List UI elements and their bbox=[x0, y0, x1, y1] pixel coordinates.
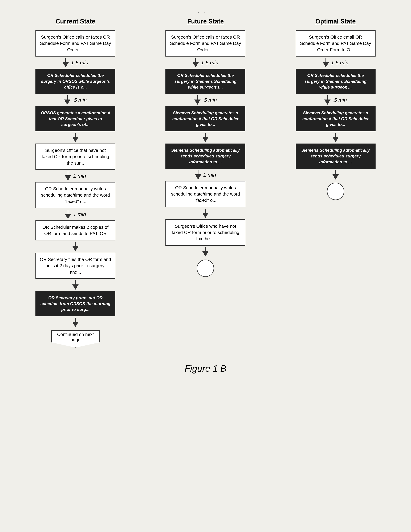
c1-arrow3 bbox=[72, 133, 79, 142]
c1-box8: OR Secretary prints out OR schedule from… bbox=[36, 291, 115, 316]
page: . . . Current State Future State Optimal… bbox=[0, 0, 411, 532]
header-col1: Current State bbox=[15, 18, 136, 25]
c2-arrow1: 1-5 min bbox=[192, 58, 218, 67]
c1-arrow4: 1 min bbox=[65, 171, 86, 180]
c3-arrow4 bbox=[332, 170, 339, 180]
c2-box1: Surgeon's Office calls or faxes OR Sched… bbox=[165, 30, 245, 57]
c1-arrow1: 1-5 min bbox=[63, 58, 88, 67]
c2-circle bbox=[197, 260, 214, 277]
c2-arrow6 bbox=[202, 247, 209, 256]
flow-columns: Surgeon's Office calls or faxes OR Sched… bbox=[10, 30, 401, 349]
c2-box2: OR Scheduler schedules the surgery in Si… bbox=[165, 69, 245, 94]
c1-box4: Surgeon's Office that have not faxed OR … bbox=[36, 143, 115, 170]
c3-box3: Siemens Scheduling generates a confirmat… bbox=[296, 106, 375, 131]
c2-time3: 1 min bbox=[203, 172, 216, 178]
c1-arrow8 bbox=[72, 318, 79, 327]
c2-arrow4: 1 min bbox=[195, 170, 216, 180]
c3-time2: .5 min bbox=[333, 97, 347, 103]
column-headers: Current State Future State Optimal State bbox=[10, 16, 401, 25]
figure-label: Figure 1 B bbox=[10, 363, 401, 374]
c3-box4: Siemens Scheduling automatically sends s… bbox=[296, 143, 375, 169]
c1-time2: .5 min bbox=[73, 97, 87, 103]
c2-box5: OR Scheduler manually writes scheduling … bbox=[165, 181, 245, 207]
c1-continued: Continued on next page bbox=[51, 330, 100, 348]
c1-time4: 1 min bbox=[73, 211, 86, 217]
c3-box1: Surgeon's Office email OR Schedule Form … bbox=[296, 30, 375, 57]
c2-box6: Surgeon's Office who have not faxed OR f… bbox=[165, 219, 245, 246]
c2-time2: .5 min bbox=[203, 97, 217, 103]
c1-box3: ORSOS generates a confirmation # that OR… bbox=[36, 106, 115, 131]
c2-arrow2: .5 min bbox=[194, 95, 217, 105]
c3-time1: 1-5 min bbox=[331, 60, 348, 66]
c1-arrow5: 1 min bbox=[65, 210, 86, 219]
c2-arrow3 bbox=[202, 133, 209, 142]
c1-arrow6 bbox=[72, 242, 79, 251]
c2-box4: Siemens Scheduling automatically sends s… bbox=[165, 143, 245, 169]
c1-arrow2: .5 min bbox=[64, 95, 87, 105]
c1-time1: 1-5 min bbox=[71, 60, 88, 66]
c2-time1: 1-5 min bbox=[201, 60, 218, 66]
c1-box5: OR Scheduler manually writes scheduling … bbox=[36, 182, 115, 208]
c1-arrow7 bbox=[72, 280, 79, 290]
c2-box3: Siemens Scheduling generates a confirmat… bbox=[165, 106, 245, 131]
c1-box2: OR Scheduler schedules the surgery in OR… bbox=[36, 69, 115, 94]
col-future-state: Surgeon's Office calls or faxes OR Sched… bbox=[145, 30, 266, 279]
c1-box6: OR Scheduler makes 2 copies of OR form a… bbox=[36, 220, 115, 240]
header-col2: Future State bbox=[145, 18, 266, 25]
c3-circle bbox=[327, 183, 344, 200]
c1-box1: Surgeon's Office calls or faxes OR Sched… bbox=[36, 30, 115, 57]
c3-box2: OR Scheduler schedules the surgery in Si… bbox=[296, 69, 375, 94]
c3-arrow2: .5 min bbox=[324, 95, 347, 105]
c3-arrow1: 1-5 min bbox=[323, 58, 348, 67]
c1-box7: OR Secretary files the OR form and pulls… bbox=[36, 253, 115, 279]
c2-arrow5 bbox=[202, 209, 209, 218]
header-col3: Optimal State bbox=[275, 18, 396, 25]
c1-time3: 1 min bbox=[73, 173, 86, 179]
col-current-state: Surgeon's Office calls or faxes OR Sched… bbox=[15, 30, 136, 349]
c3-arrow3 bbox=[332, 133, 339, 142]
top-dots: . . . bbox=[10, 7, 401, 14]
col-optimal-state: Surgeon's Office email OR Schedule Form … bbox=[275, 30, 396, 202]
